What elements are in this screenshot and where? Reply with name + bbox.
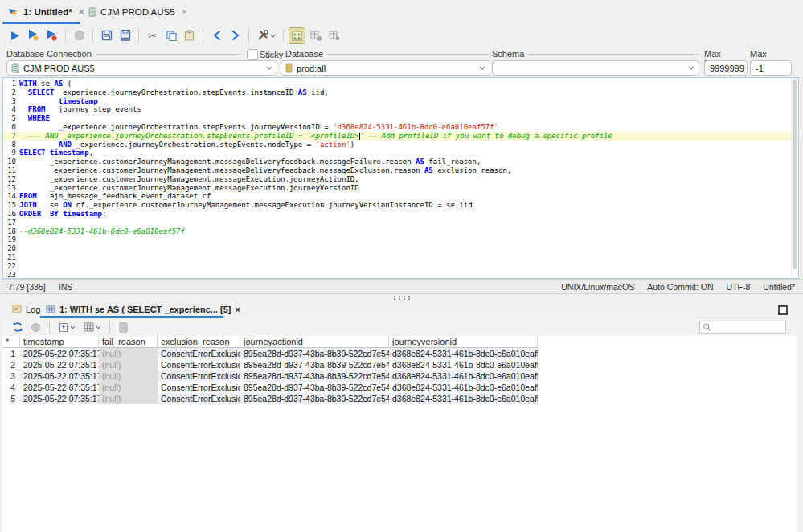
editor-line[interactable]: 4 FROM journey_step_events [3,105,798,114]
panel-splitter[interactable] [0,294,803,301]
editor-line[interactable]: 10 _experience.customerJourneyManagement… [3,158,798,166]
editor-line[interactable]: 2 SELECT _experience.journeyOrchestratio… [3,88,798,97]
editor-line[interactable]: 11 _experience.customerJourneyManagement… [3,166,798,175]
export-data-button[interactable] [55,319,79,336]
editor-line[interactable]: 22 [3,262,798,271]
table-corner-cell[interactable]: * [2,336,20,348]
table-filter-icon[interactable] [307,27,324,44]
cell-exclusion_reason[interactable]: ConsentErrorExclusion [158,348,240,359]
editor-line[interactable]: 19 [3,235,798,244]
cell-timestamp[interactable]: 2025-05-22 07:35:17 [20,348,99,359]
save-button[interactable] [98,27,115,44]
close-icon[interactable]: × [236,305,240,314]
tab-log[interactable]: Log [9,301,43,317]
editor-line[interactable]: 3 timestamp [3,97,798,106]
editor-line[interactable]: 1WITH se AS ( [3,80,798,88]
editor-line[interactable]: 21 [3,253,798,262]
cell-journeyversionid[interactable]: d368e824-5331-461b-8dc0-e6a010eaf57f [389,370,538,382]
result-filter-input[interactable] [699,321,786,334]
row-number[interactable]: 5 [2,393,20,404]
column-header-timestamp[interactable]: timestamp [20,336,99,348]
cancel-retrieve-button[interactable] [27,319,44,336]
table-row[interactable]: 22025-05-22 07:35:17(null)ConsentErrorEx… [2,359,538,370]
cell-exclusion_reason[interactable]: ConsentErrorExclusion [158,393,240,404]
editor-line[interactable]: 16ORDER BY timestamp; [3,210,798,219]
tab-result-1[interactable]: 1: WITH se AS ( SELECT _experienc... [5]… [43,301,244,317]
editor-line[interactable]: 17 [3,219,798,227]
cell-fail_reason[interactable]: (null) [99,370,158,382]
cell-fail_reason[interactable]: (null) [99,359,158,370]
row-number[interactable]: 3 [2,370,20,382]
sticky-checkbox[interactable] [247,49,258,60]
sql-editor[interactable]: 1WITH se AS (2 SELECT _experience.journe… [2,77,799,279]
cell-fail_reason[interactable]: (null) [99,382,158,393]
scrollbar-thumb[interactable] [793,80,797,269]
schema-dropdown[interactable] [492,60,699,76]
cell-exclusion_reason[interactable]: ConsentErrorExclusion [158,359,240,370]
editor-scrollbar[interactable] [791,79,797,276]
cell-journeyactionid[interactable]: 895ea28d-d937-43ba-8b39-522cd7e547cf [240,393,389,404]
editor-line[interactable]: 8 AND _experience.journeyOrchestration.s… [3,141,798,149]
max-chars-input[interactable]: -1 [750,60,792,76]
cell-journeyactionid[interactable]: 895ea28d-d937-43ba-8b39-522cd7e547cf [240,370,389,382]
run-current-button[interactable] [43,27,60,44]
forward-icon[interactable] [227,27,244,44]
cell-journeyactionid[interactable]: 895ea28d-d937-43ba-8b39-522cd7e547cf [240,359,389,370]
editor-line[interactable]: 23 [3,271,798,279]
view-mode-button[interactable] [80,319,104,336]
table-row[interactable]: 52025-05-22 07:35:17(null)ConsentErrorEx… [2,393,538,404]
tab-connection[interactable]: CJM PROD AUS5 × [85,2,191,22]
reload-result-button[interactable] [9,319,26,336]
cell-journeyversionid[interactable]: d368e824-5331-461b-8dc0-e6a010eaf57f [389,348,538,359]
connection-dropdown[interactable]: CJM PROD AUS5 [6,60,277,76]
cell-fail_reason[interactable]: (null) [99,348,158,359]
tools-menu-button[interactable] [254,27,278,44]
editor-line[interactable]: 18--d368e824-5331-461b-8dc0-e6a010eaf57f [3,227,798,236]
row-number[interactable]: 1 [2,348,20,359]
row-number[interactable]: 2 [2,359,20,370]
column-header-fail_reason[interactable]: fail_reason [99,336,158,348]
editor-current-line[interactable]: 7 --- AND _experience.journeyOrchestrati… [3,132,798,141]
editor-line[interactable]: 20 [3,244,798,253]
cell-exclusion_reason[interactable]: ConsentErrorExclusion [158,370,240,382]
cell-journeyactionid[interactable]: 895ea28d-d937-43ba-8b39-522cd7e547cf [240,382,389,393]
cell-timestamp[interactable]: 2025-05-22 07:35:17 [20,370,99,382]
close-icon[interactable]: × [182,6,187,18]
cell-timestamp[interactable]: 2025-05-22 07:35:17 [20,359,99,370]
form-view-button[interactable] [115,319,132,336]
back-icon[interactable] [208,27,225,44]
copy-icon[interactable] [162,27,179,44]
cell-timestamp[interactable]: 2025-05-22 07:35:17 [20,382,99,393]
run-all-button[interactable] [6,27,23,44]
tab-untitled[interactable]: 1: Untitled* × [5,2,88,22]
cut-icon[interactable]: ✂ [144,27,161,44]
table-lock-icon[interactable] [326,27,342,44]
run-selected-button[interactable] [25,27,42,44]
editor-line[interactable]: 14FROM ajo_message_feedback_event_datase… [3,192,798,201]
cell-journeyversionid[interactable]: d368e824-5331-461b-8dc0-e6a010eaf57f [389,393,538,404]
row-number[interactable]: 4 [2,382,20,393]
cell-journeyactionid[interactable]: 895ea28d-d937-43ba-8b39-522cd7e547cf [240,348,389,359]
max-rows-input[interactable]: 9999999 [704,60,748,76]
cell-journeyversionid[interactable]: d368e824-5331-461b-8dc0-e6a010eaf57f [389,359,538,370]
table-row[interactable]: 42025-05-22 07:35:17(null)ConsentErrorEx… [2,382,538,393]
auto-completion-toggle[interactable] [289,27,305,44]
editor-line[interactable]: 5 WHERE [3,114,798,123]
maximize-panel-button[interactable] [778,305,788,315]
column-header-journeyactionid[interactable]: journeyactionid [240,336,389,348]
column-header-exclusion_reason[interactable]: exclusion_reason [158,336,240,348]
column-header-journeyversionid[interactable]: journeyversionid [389,336,538,348]
table-row[interactable]: 12025-05-22 07:35:17(null)ConsentErrorEx… [2,348,538,359]
cell-timestamp[interactable]: 2025-05-22 07:35:17 [20,393,99,404]
editor-line[interactable]: 13 _experience.customerJourneyManagement… [3,184,798,193]
cell-fail_reason[interactable]: (null) [99,393,158,404]
editor-line[interactable]: 15JOIN se ON cf._experience.customerJour… [3,201,798,210]
save-as-button[interactable] [117,27,133,44]
cell-journeyversionid[interactable]: d368e824-5331-461b-8dc0-e6a010eaf57f [389,382,538,393]
table-row[interactable]: 32025-05-22 07:35:17(null)ConsentErrorEx… [2,370,538,382]
stop-button[interactable] [71,27,88,44]
editor-line[interactable]: 6 _experience.journeyOrchestration.stepE… [3,123,798,132]
database-dropdown[interactable]: prod:all [281,60,490,76]
editor-line[interactable]: 12 _experience.customerJourneyManagement… [3,175,798,184]
paste-icon[interactable] [181,27,198,44]
